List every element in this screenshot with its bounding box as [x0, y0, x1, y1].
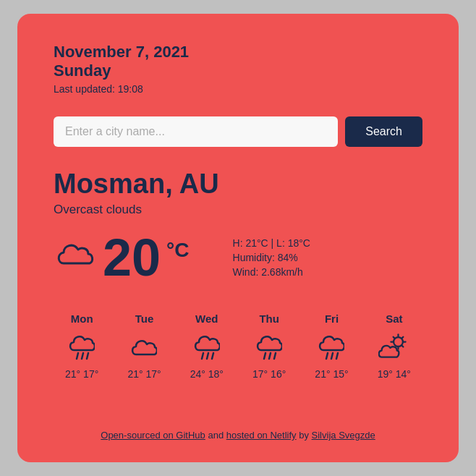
netlify-link[interactable]: hosted on Netlify: [226, 430, 297, 441]
forecast-day-label: Fri: [325, 313, 339, 325]
forecast-temps: 21° 17°: [127, 368, 161, 380]
forecast-day-label: Mon: [71, 313, 93, 325]
forecast-weather-icon: [66, 331, 98, 362]
svg-line-9: [326, 353, 328, 359]
forecast-weather-icon: [378, 331, 410, 362]
forecast-day-label: Thu: [259, 313, 279, 325]
forecast-temps: 17° 16°: [252, 368, 286, 380]
github-link[interactable]: Open-sourced on GitHub: [101, 430, 205, 441]
temperature-unit: °C: [166, 239, 189, 262]
footer-by: by: [299, 430, 311, 441]
wind: Wind: 2.68km/h: [233, 266, 310, 278]
svg-line-6: [264, 353, 265, 359]
weather-card: November 7, 2021 Sunday Last updated: 19…: [17, 14, 459, 462]
forecast-temps: 24° 18°: [190, 368, 224, 380]
high-low: H: 21°C | L: 18°C: [233, 237, 310, 249]
footer-and: and: [208, 430, 226, 441]
last-updated: Last updated: 19:08: [54, 83, 422, 95]
forecast-day-label: Tue: [135, 313, 154, 325]
city-search-input[interactable]: [54, 116, 338, 147]
svg-line-3: [202, 353, 203, 359]
svg-line-4: [207, 353, 208, 359]
author-link[interactable]: Silvija Svegzde: [312, 430, 375, 441]
svg-line-8: [274, 353, 276, 359]
current-weather-icon: [54, 238, 97, 277]
svg-line-2: [87, 353, 88, 359]
weather-details: H: 21°C | L: 18°C Humidity: 84% Wind: 2.…: [233, 237, 310, 278]
weather-condition: Overcast clouds: [54, 203, 422, 217]
forecast-weather-icon: [253, 331, 285, 362]
day: Sunday: [54, 61, 422, 80]
forecast-day-label: Wed: [195, 313, 218, 325]
forecast-day-fri: Fri 21° 15°: [303, 313, 360, 380]
temperature-value: 20: [103, 231, 161, 284]
forecast-day-tue: Tue 21° 17°: [116, 313, 172, 380]
forecast-day-thu: Thu 17° 16°: [241, 313, 297, 380]
svg-line-5: [212, 353, 213, 359]
svg-line-17: [393, 337, 394, 339]
temperature-display: 20 °C: [54, 231, 190, 284]
humidity: Humidity: 84%: [233, 252, 310, 263]
forecast-temps: 21° 17°: [65, 368, 98, 380]
forecast-temps: 21° 15°: [315, 368, 348, 380]
svg-line-1: [82, 353, 83, 359]
forecast-day-sat: Sat 19° 14°: [366, 313, 422, 380]
date-section: November 7, 2021 Sunday Last updated: 19…: [54, 43, 422, 95]
forecast-day-mon: Mon 21° 17°: [54, 313, 110, 380]
forecast-temps: 19° 14°: [378, 368, 411, 380]
forecast-weather-icon: [315, 331, 347, 362]
svg-line-18: [401, 346, 403, 347]
svg-line-0: [77, 353, 78, 359]
forecast-weather-icon: [191, 331, 223, 362]
footer: Open-sourced on GitHub and hosted on Net…: [54, 408, 422, 441]
city-name: Mosman, AU: [54, 169, 422, 200]
svg-line-11: [336, 353, 338, 359]
forecast-day-wed: Wed 24° 18°: [179, 313, 235, 380]
svg-line-7: [269, 353, 271, 359]
forecast-weather-icon: [128, 331, 160, 362]
forecast-section: Mon 21° 17° Tue 21° 17° Wed 24° 18°: [54, 313, 422, 380]
current-weather: 20 °C H: 21°C | L: 18°C Humidity: 84% Wi…: [54, 231, 422, 284]
search-button[interactable]: Search: [345, 116, 422, 147]
svg-line-10: [331, 353, 333, 359]
svg-line-19: [401, 337, 403, 339]
search-section: Search: [54, 116, 422, 147]
date: November 7, 2021: [54, 43, 422, 61]
forecast-day-label: Sat: [386, 313, 402, 325]
